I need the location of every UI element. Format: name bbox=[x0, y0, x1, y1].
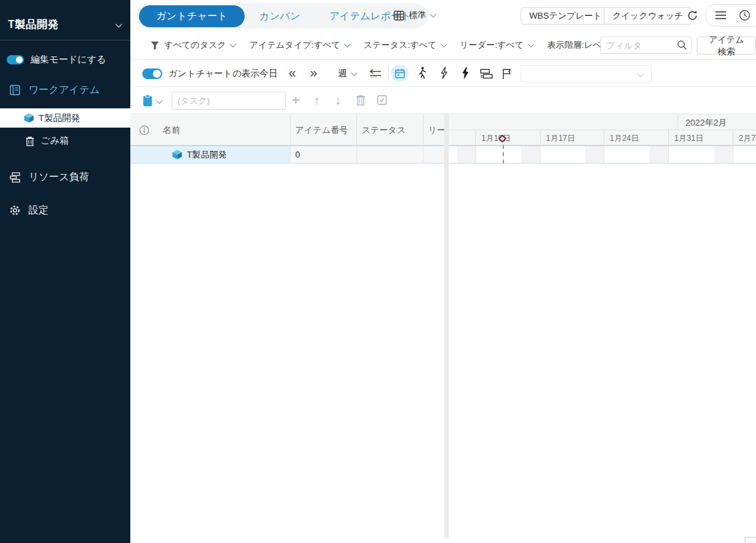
divider bbox=[253, 67, 253, 79]
week-divider bbox=[604, 130, 604, 146]
show-gantt-toggle[interactable]: ガントチャートの表示 bbox=[142, 68, 259, 80]
task-filter-dropdown[interactable]: すべてのタスク bbox=[150, 39, 235, 51]
refresh-icon[interactable] bbox=[686, 9, 699, 22]
chevron-down-icon[interactable] bbox=[156, 98, 163, 104]
bolt-filled-icon[interactable] bbox=[458, 66, 473, 80]
settings-label: 設定 bbox=[29, 204, 49, 217]
new-task-input[interactable] bbox=[172, 92, 286, 110]
time-unit-dropdown[interactable]: 週 bbox=[338, 68, 356, 80]
add-item-icon[interactable]: + bbox=[292, 94, 300, 107]
chevron-down-icon[interactable] bbox=[116, 21, 122, 28]
today-button[interactable]: 今日 bbox=[259, 68, 278, 80]
table-grid-icon bbox=[394, 11, 404, 21]
sidebar-project-label: T製品開発 bbox=[39, 112, 80, 124]
item-type-dropdown[interactable]: アイテムタイプ:すべて bbox=[249, 39, 350, 51]
delete-item-icon[interactable] bbox=[356, 94, 366, 106]
scroll-right-icon[interactable]: » bbox=[310, 66, 317, 79]
today-marker-line bbox=[503, 145, 504, 163]
status-dropdown[interactable]: ステータス:すべて bbox=[364, 39, 446, 51]
column-divider bbox=[356, 114, 357, 146]
divider bbox=[388, 67, 389, 79]
history-clock-icon[interactable] bbox=[739, 9, 751, 21]
toggle-switch[interactable] bbox=[142, 68, 162, 79]
move-up-icon[interactable]: ↑ bbox=[314, 94, 320, 106]
tab-kanban[interactable]: カンバン bbox=[245, 5, 315, 27]
sidebar-item-work-items[interactable]: ワークアイテム bbox=[9, 84, 100, 96]
week-divider bbox=[668, 130, 669, 146]
sidebar-item-project[interactable]: T製品開発 bbox=[0, 108, 130, 128]
view-tabs: ガントチャート カンバン アイテムレポート bbox=[136, 3, 428, 29]
cube-icon bbox=[24, 113, 34, 123]
divider bbox=[0, 40, 130, 41]
chevron-down-icon bbox=[440, 41, 447, 48]
item-number-column-header[interactable]: アイテム番号 bbox=[290, 114, 356, 146]
outline-level-icon[interactable] bbox=[368, 66, 383, 81]
baseline-select[interactable] bbox=[521, 65, 652, 82]
window-controls bbox=[705, 4, 756, 27]
bolt-outline-icon[interactable] bbox=[437, 66, 451, 80]
sidebar-item-trash[interactable]: ごみ箱 bbox=[25, 135, 69, 147]
row-status-cell[interactable] bbox=[356, 146, 423, 163]
leader-dropdown[interactable]: リーダー:すべて bbox=[460, 39, 533, 51]
move-down-icon[interactable]: ↓ bbox=[335, 94, 341, 106]
chevron-down-icon bbox=[430, 11, 437, 18]
tab-gantt-chart[interactable]: ガントチャート bbox=[139, 5, 245, 27]
leader-column-header[interactable]: リーダー bbox=[423, 114, 444, 146]
row-leader-cell[interactable] bbox=[423, 146, 444, 163]
row-item-number-cell[interactable]: 0 bbox=[290, 146, 356, 163]
wbs-template-button[interactable]: WBSテンプレート bbox=[521, 7, 610, 25]
row-name-cell[interactable]: T製品開発 bbox=[130, 146, 290, 163]
edit-mode-toggle[interactable]: 編集モードにする bbox=[7, 54, 106, 66]
table-row[interactable]: T製品開発 0 bbox=[130, 146, 756, 163]
hierarchy-copy-icon[interactable] bbox=[479, 66, 493, 81]
item-type-label: アイテムタイプ:すべて bbox=[249, 39, 340, 51]
trash-icon bbox=[25, 136, 35, 146]
toggle-switch[interactable] bbox=[7, 55, 24, 64]
task-add-bar: + ↑ ↓ bbox=[130, 87, 756, 114]
gear-icon bbox=[9, 205, 21, 216]
status-label: ステータス:すべて bbox=[364, 39, 437, 51]
view-preset-selector[interactable]: 標準 bbox=[394, 9, 436, 21]
week-label: 1月24日 bbox=[610, 133, 639, 144]
menu-icon[interactable] bbox=[715, 11, 727, 20]
weekend-stripe bbox=[650, 146, 668, 163]
time-unit-label: 週 bbox=[338, 68, 347, 80]
filter-bar: すべてのタスク アイテムタイプ:すべて ステータス:すべて リーダー:すべて 表… bbox=[130, 31, 756, 60]
sidebar-item-settings[interactable]: 設定 bbox=[9, 204, 49, 217]
column-divider bbox=[423, 114, 424, 146]
status-column-header[interactable]: ステータス bbox=[356, 114, 423, 146]
info-icon bbox=[139, 125, 150, 136]
multi-select-checkbox-icon[interactable] bbox=[377, 95, 387, 105]
scroll-left-icon[interactable]: « bbox=[289, 66, 296, 79]
table-gantt-splitter[interactable] bbox=[444, 114, 449, 538]
flag-icon[interactable] bbox=[499, 66, 514, 81]
gantt-toolbar: ガントチャートの表示 今日 « » 週 bbox=[130, 60, 756, 87]
top-bar: ガントチャート カンバン アイテムレポート 標準 WBSテンプレート クイックウ… bbox=[130, 0, 756, 31]
gantt-row-band[interactable] bbox=[447, 146, 756, 163]
cell-divider bbox=[356, 146, 357, 163]
item-search-button[interactable]: アイテム検索 bbox=[697, 37, 756, 54]
resource-load-icon bbox=[9, 172, 21, 183]
search-icon[interactable] bbox=[677, 40, 688, 51]
leader-label: リーダー:すべて bbox=[460, 39, 524, 51]
chevron-down-icon bbox=[638, 71, 644, 78]
show-gantt-label: ガントチャートの表示 bbox=[168, 68, 259, 80]
scroll-corner bbox=[745, 537, 756, 543]
info-column-header bbox=[130, 114, 158, 146]
trash-label: ごみ箱 bbox=[41, 135, 69, 147]
weekend-stripe bbox=[521, 146, 540, 163]
cube-icon bbox=[172, 150, 182, 160]
week-gridline bbox=[604, 146, 604, 163]
sidebar-item-resource-load[interactable]: リソース負荷 bbox=[9, 171, 89, 183]
weekend-stripe bbox=[457, 146, 475, 163]
item-type-clipboard-icon[interactable] bbox=[142, 94, 153, 107]
week-label: 1月31日 bbox=[674, 133, 703, 144]
quick-watch-button[interactable]: クイックウォッチ bbox=[604, 7, 692, 25]
edit-mode-label: 編集モードにする bbox=[31, 54, 106, 66]
chevron-down-icon bbox=[527, 41, 534, 48]
name-column-header[interactable]: 名前 bbox=[158, 114, 290, 146]
critical-path-walk-icon[interactable] bbox=[415, 66, 430, 80]
project-title: T製品開発 bbox=[8, 18, 59, 32]
sidebar: T製品開発 編集モードにする ワークアイテム T製品開発 ごみ箱 リソース負荷 … bbox=[0, 0, 130, 543]
calendar-icon[interactable] bbox=[391, 64, 408, 82]
